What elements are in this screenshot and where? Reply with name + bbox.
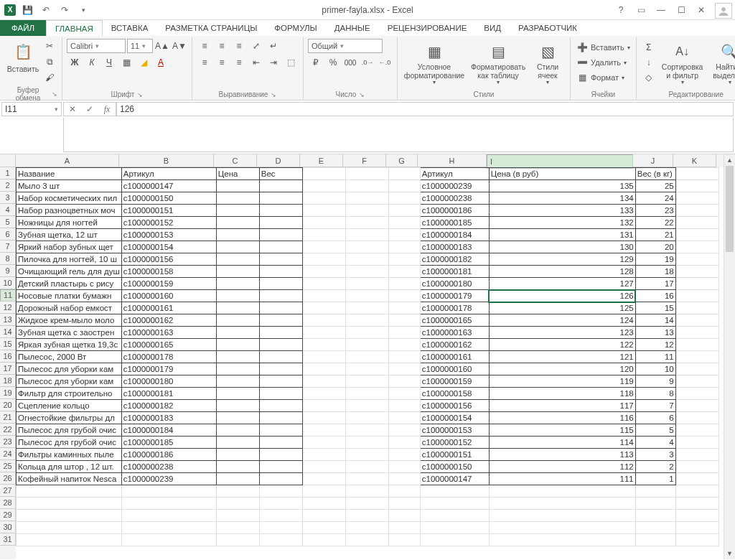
cell-B30[interactable] [121,522,216,534]
cell-E15[interactable] [302,339,345,351]
cell-H18[interactable]: c1000000159 [420,375,489,388]
cell-J16[interactable]: 11 [635,351,675,363]
cell-E13[interactable] [302,314,345,327]
cell-C18[interactable] [216,375,259,388]
row-header-23[interactable]: 23 [0,436,16,448]
cell-A3[interactable]: Набор косметических пил [17,192,122,205]
col-header-A[interactable]: A [16,154,119,167]
spreadsheet-grid[interactable]: НазваниеАртикулЦенаВесАртикулЦена (в руб… [16,167,719,546]
cell-F5[interactable] [345,217,388,229]
cell-J25[interactable]: 2 [635,461,675,473]
cell-I6[interactable]: 131 [489,229,635,241]
align-top-icon[interactable]: ≡ [197,39,212,53]
cell-H28[interactable] [420,498,489,510]
cell-G1[interactable] [388,168,420,180]
cell-I11[interactable]: 126 [489,290,635,302]
font-size-select[interactable]: 11▾ [127,39,153,53]
cell-I3[interactable]: 134 [489,192,635,205]
cell-C27[interactable] [216,485,259,498]
cell-C1[interactable]: Цена [216,168,259,180]
cell-K23[interactable] [675,437,718,449]
col-header-H[interactable]: H [418,154,487,167]
cell-A11[interactable]: Носовые платки бумажн [17,290,122,302]
cell-A9[interactable]: Очищающий гель для душ [17,266,122,278]
cell-J15[interactable]: 12 [635,339,675,351]
cell-F9[interactable] [345,266,388,278]
cell-B24[interactable]: c1000000186 [121,449,216,461]
cell-D3[interactable] [259,192,302,205]
row-header-27[interactable]: 27 [0,485,16,497]
cell-I31[interactable] [489,534,635,546]
orientation-icon[interactable]: ⤢ [248,39,264,53]
qat-redo-icon[interactable]: ↷ [57,3,72,17]
cell-H29[interactable] [420,510,489,522]
cell-B13[interactable]: c1000000162 [121,314,216,327]
clear-icon[interactable]: ◇ [641,70,657,85]
copy-icon[interactable]: ⧉ [42,55,57,69]
cell-K18[interactable] [675,375,718,388]
align-left-icon[interactable]: ≡ [197,55,212,70]
cell-D2[interactable] [259,180,302,192]
cell-E4[interactable] [302,205,345,217]
cell-I28[interactable] [489,498,635,510]
cell-I24[interactable]: 113 [489,449,635,461]
cell-J7[interactable]: 20 [635,241,675,253]
scroll-down-icon[interactable]: ▼ [724,548,735,559]
cell-B29[interactable] [121,510,216,522]
cell-B7[interactable]: c1000000154 [121,241,216,253]
minimize-icon[interactable]: — [652,2,670,18]
cell-D30[interactable] [259,522,302,534]
cell-F13[interactable] [345,314,388,327]
cell-F8[interactable] [345,253,388,266]
align-right-icon[interactable]: ≡ [231,55,247,70]
cell-C20[interactable] [216,400,259,412]
cell-I8[interactable]: 129 [489,253,635,266]
formula-bar-expand[interactable] [63,118,734,152]
cell-F14[interactable] [345,327,388,339]
cell-I2[interactable]: 135 [489,180,635,192]
row-header-8[interactable]: 8 [0,253,16,265]
cell-J13[interactable]: 14 [635,314,675,327]
cell-F17[interactable] [345,363,388,375]
currency-icon[interactable]: ₽ [308,55,324,70]
cell-B8[interactable]: c1000000156 [121,253,216,266]
cell-D9[interactable] [259,266,302,278]
cell-F1[interactable] [345,168,388,180]
cell-H17[interactable]: c1000000160 [420,363,489,375]
cell-C5[interactable] [216,217,259,229]
row-header-28[interactable]: 28 [0,497,16,509]
cell-J30[interactable] [635,522,675,534]
cell-B6[interactable]: c1000000153 [121,229,216,241]
col-header-F[interactable]: F [343,154,386,167]
cell-K16[interactable] [675,351,718,363]
cell-H19[interactable]: c1000000158 [420,388,489,400]
cell-G4[interactable] [388,205,420,217]
cell-H21[interactable]: c1000000154 [420,412,489,424]
cell-E18[interactable] [302,375,345,388]
cell-D29[interactable] [259,510,302,522]
cell-I9[interactable]: 128 [489,266,635,278]
cell-G11[interactable] [388,290,420,302]
cell-I14[interactable]: 123 [489,327,635,339]
cell-A4[interactable]: Набор разноцветных моч [17,205,122,217]
percent-icon[interactable]: % [325,55,341,70]
cell-A31[interactable] [17,534,122,546]
cell-E29[interactable] [302,510,345,522]
col-header-E[interactable]: E [300,154,343,167]
row-header-15[interactable]: 15 [0,338,16,350]
clipboard-dialog-icon[interactable]: ↘ [52,90,57,98]
cell-F24[interactable] [345,449,388,461]
cell-F30[interactable] [345,522,388,534]
cell-H30[interactable] [420,522,489,534]
fx-cancel-icon[interactable]: ✕ [64,104,81,114]
cell-K27[interactable] [675,485,718,498]
number-format-select[interactable]: Общий▾ [308,39,383,53]
format-as-table-button[interactable]: ▤ Форматировать как таблицу▾ [469,39,527,86]
cell-E6[interactable] [302,229,345,241]
cell-G8[interactable] [388,253,420,266]
indent-increase-icon[interactable]: ⇥ [266,55,281,70]
cell-K26[interactable] [675,473,718,485]
cell-G22[interactable] [388,424,420,437]
cell-C31[interactable] [216,534,259,546]
cell-E25[interactable] [302,461,345,473]
